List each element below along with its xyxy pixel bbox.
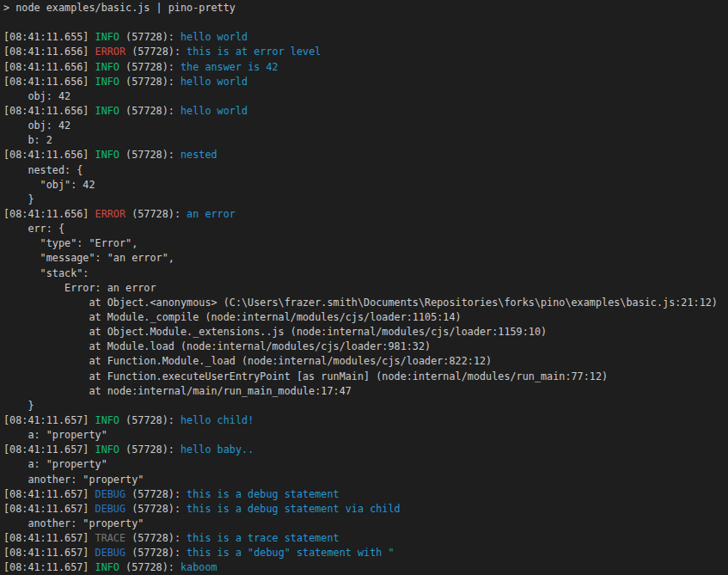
log-line: [08:41:11.657] INFO (57728): kaboom bbox=[3, 560, 728, 575]
log-text: [08:41:11.656] bbox=[3, 46, 95, 58]
log-message-text: hello world bbox=[180, 31, 248, 43]
log-detail-line: err: { bbox=[3, 222, 728, 236]
log-line: [08:41:11.655] INFO (57728): hello world bbox=[3, 30, 728, 45]
log-level-debug: DEBUG bbox=[95, 488, 126, 500]
log-text: (57728): bbox=[119, 561, 180, 573]
log-line: [08:41:11.656] INFO (57728): nested bbox=[3, 148, 728, 162]
log-text: at Function.executeUserEntryPoint [as ru… bbox=[3, 370, 608, 382]
log-level-info: INFO bbox=[95, 149, 119, 161]
stack-trace-line: Error: an error bbox=[3, 281, 728, 296]
log-message-text: hello world bbox=[180, 105, 248, 117]
log-text: (57728): bbox=[119, 149, 180, 161]
log-text: at Object.Module._extensions..js (node:i… bbox=[3, 326, 547, 338]
stack-trace-line: at Module._compile (node:internal/module… bbox=[3, 310, 728, 325]
log-line: [08:41:11.657] DEBUG (57728): this is a … bbox=[3, 546, 728, 560]
log-detail-line: "obj": 42 bbox=[3, 178, 728, 193]
log-text: at Function.Module._load (node:internal/… bbox=[3, 355, 492, 367]
log-text: obj: 42 bbox=[3, 119, 70, 132]
log-text: at Module.load (node:internal/modules/cj… bbox=[3, 340, 431, 352]
log-text: (57728): bbox=[125, 46, 187, 58]
log-message-text: nested bbox=[180, 149, 217, 161]
log-text: (57728): bbox=[125, 532, 187, 544]
log-level-error: ERROR bbox=[95, 46, 126, 58]
log-message-text: kaboom bbox=[180, 561, 217, 573]
log-line: [08:41:11.657] TRACE (57728): this is a … bbox=[3, 531, 728, 546]
log-level-debug: DEBUG bbox=[95, 547, 126, 559]
stack-trace-line: at Module.load (node:internal/modules/cj… bbox=[3, 339, 728, 354]
log-text: [08:41:11.657] bbox=[3, 561, 95, 573]
log-text: another: "property" bbox=[3, 474, 144, 486]
log-detail-line: } bbox=[3, 399, 728, 413]
log-detail-line: another: "property" bbox=[3, 473, 728, 487]
log-level-info: INFO bbox=[95, 76, 119, 88]
log-detail-line: "message": "an error", bbox=[3, 251, 728, 266]
log-text: (57728): bbox=[119, 105, 180, 117]
log-level-info: INFO bbox=[95, 443, 119, 456]
log-detail-line: } bbox=[3, 193, 728, 207]
log-text: [08:41:11.657] bbox=[3, 503, 95, 515]
terminal-output[interactable]: > node examples/basic.js | pino-pretty [… bbox=[0, 0, 728, 575]
log-text: "message": "an error", bbox=[3, 252, 174, 264]
log-text: "type": "Error", bbox=[3, 237, 138, 249]
blank-line bbox=[3, 15, 728, 30]
log-message-text: this is a debug statement bbox=[187, 488, 340, 500]
log-text: [08:41:11.656] bbox=[3, 105, 95, 117]
log-text: (57728): bbox=[125, 503, 187, 515]
log-detail-line: "type": "Error", bbox=[3, 236, 728, 251]
log-text: [08:41:11.657] bbox=[3, 547, 95, 559]
log-detail-line: a: "property" bbox=[3, 428, 728, 443]
stack-trace-line: at node:internal/main/run_main_module:17… bbox=[3, 384, 728, 399]
log-level-info: INFO bbox=[95, 105, 119, 117]
log-text: (57728): bbox=[119, 61, 180, 73]
log-text: [08:41:11.656] bbox=[3, 149, 95, 161]
log-text: err: { bbox=[3, 223, 64, 235]
log-level-info: INFO bbox=[95, 561, 119, 573]
log-detail-line: "stack": bbox=[3, 266, 728, 281]
log-text: at Module._compile (node:internal/module… bbox=[3, 311, 462, 323]
log-level-debug: DEBUG bbox=[95, 503, 126, 515]
log-message-text: the answer is 42 bbox=[180, 61, 278, 73]
log-detail-line: obj: 42 bbox=[3, 89, 728, 104]
log-line: [08:41:11.656] INFO (57728): hello world bbox=[3, 75, 728, 89]
stack-trace-line: at Object.Module._extensions..js (node:i… bbox=[3, 325, 728, 339]
log-message-text: hello child! bbox=[180, 414, 254, 426]
log-message-text: this is a trace statement bbox=[187, 532, 340, 544]
log-line: [08:41:11.656] INFO (57728): the answer … bbox=[3, 60, 728, 75]
log-text: "obj": 42 bbox=[3, 179, 95, 191]
log-text: Error: an error bbox=[3, 282, 156, 294]
command-line: > node examples/basic.js | pino-pretty bbox=[3, 1, 728, 15]
log-detail-line: obj: 42 bbox=[3, 119, 728, 133]
stack-trace-line: at Object.<anonymous> (C:\Users\frazer.s… bbox=[3, 296, 728, 310]
log-line: [08:41:11.657] DEBUG (57728): this is a … bbox=[3, 487, 728, 502]
log-line: [08:41:11.656] ERROR (57728): an error bbox=[3, 207, 728, 222]
log-text: [08:41:11.655] bbox=[3, 31, 95, 43]
log-line: [08:41:11.657] INFO (57728): hello baby.… bbox=[3, 443, 728, 457]
log-level-error: ERROR bbox=[95, 208, 126, 220]
log-level-trace: TRACE bbox=[95, 532, 126, 544]
log-message-text: this is a "debug" statement with " bbox=[187, 547, 394, 559]
log-text: (57728): bbox=[119, 76, 180, 88]
log-text: [08:41:11.657] bbox=[3, 488, 95, 500]
log-message-text: this is a debug statement via child bbox=[187, 503, 401, 515]
log-message-text: hello baby.. bbox=[180, 443, 254, 456]
log-text: at node:internal/main/run_main_module:17… bbox=[3, 385, 352, 397]
stack-trace-line: at Function.Module._load (node:internal/… bbox=[3, 354, 728, 369]
log-text: [08:41:11.656] bbox=[3, 208, 95, 220]
log-text: at Object.<anonymous> (C:\Users\frazer.s… bbox=[3, 297, 718, 309]
log-text: b: 2 bbox=[3, 134, 52, 146]
log-text: another: "property" bbox=[3, 517, 144, 529]
log-line: [08:41:11.656] INFO (57728): hello world bbox=[3, 104, 728, 119]
log-text: obj: 42 bbox=[3, 90, 70, 102]
log-text: > node examples/basic.js | pino-pretty bbox=[3, 2, 236, 14]
log-text: (57728): bbox=[119, 443, 180, 456]
log-detail-line: a: "property" bbox=[3, 457, 728, 472]
log-text: a: "property" bbox=[3, 429, 107, 441]
log-text: [08:41:11.657] bbox=[3, 532, 95, 544]
log-text: a: "property" bbox=[3, 458, 107, 470]
log-text: [08:41:11.657] bbox=[3, 414, 95, 426]
log-line: [08:41:11.657] INFO (57728): hello child… bbox=[3, 413, 728, 428]
log-level-info: INFO bbox=[95, 414, 119, 426]
log-text: (57728): bbox=[125, 208, 187, 220]
log-detail-line: another: "property" bbox=[3, 517, 728, 531]
log-text: "stack": bbox=[3, 267, 89, 279]
